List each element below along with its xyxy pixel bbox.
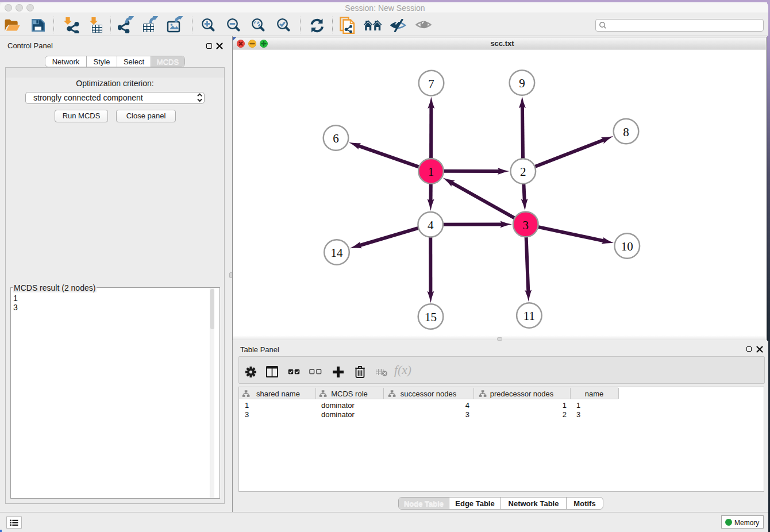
svg-text:3: 3 <box>523 218 529 232</box>
svg-text:6: 6 <box>333 132 339 145</box>
svg-text:8: 8 <box>623 125 629 139</box>
svg-text:4: 4 <box>428 218 434 232</box>
svg-text:10: 10 <box>621 240 633 253</box>
svg-text:2: 2 <box>520 165 526 179</box>
svg-text:1: 1 <box>428 165 434 179</box>
svg-text:15: 15 <box>425 310 437 324</box>
svg-text:7: 7 <box>428 77 434 91</box>
svg-text:14: 14 <box>331 246 344 260</box>
svg-text:9: 9 <box>519 76 525 90</box>
svg-text:11: 11 <box>523 309 535 323</box>
